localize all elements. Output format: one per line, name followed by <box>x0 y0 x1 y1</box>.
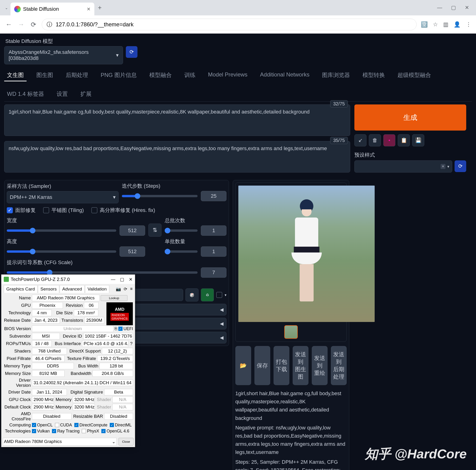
action-btn-0[interactable]: 📂 <box>235 346 251 385</box>
height-value[interactable]: 512 <box>119 246 145 257</box>
gpuz-maximize-icon[interactable]: ▢ <box>120 277 124 282</box>
thumbnail[interactable] <box>284 325 298 339</box>
tab-11[interactable]: WD 1.4 标签器 <box>4 88 47 100</box>
forward-icon[interactable]: → <box>17 21 25 28</box>
side-panel-icon[interactable]: ▥ <box>443 21 448 28</box>
browser-tab[interactable]: Stable Diffusion ✕ <box>11 2 94 15</box>
clipboard-icon[interactable]: 📋 <box>398 134 410 146</box>
tab-2[interactable]: 后期处理 <box>63 70 91 81</box>
preset-select[interactable]: × ▾ <box>354 160 452 173</box>
swap-wh-button[interactable]: ⇅ <box>148 224 161 237</box>
width-slider[interactable] <box>7 229 116 232</box>
tab-4[interactable]: 模型融合 <box>147 70 174 81</box>
hires-checkbox[interactable]: 高分辨率修复 (Hires. fix) <box>91 207 155 214</box>
gpuz-chk-OpenGL 4.6[interactable]: ✓OpenGL 4.6 <box>101 429 129 434</box>
new-tab-button[interactable]: + <box>98 4 102 11</box>
model-select[interactable]: AbyssOrangeMix2_sfw.safetensors [038ba20… <box>4 46 123 64</box>
action-btn-2[interactable]: 打包下载 <box>273 346 289 385</box>
cfg-label: 提示词引导系数 (CFG Scale) <box>7 259 226 266</box>
batch-count-label: 总批次数 <box>165 217 226 224</box>
tab-6[interactable]: Model Previews <box>205 70 250 81</box>
main-tabs: 文生图图生图后期处理PNG 图片信息模型融合训练Model PreviewsAd… <box>4 68 472 102</box>
arrow-down-icon[interactable]: ↙ <box>354 134 367 146</box>
tab-0[interactable]: 文生图 <box>4 70 27 81</box>
action-btn-5[interactable]: 发送到 后期处理 <box>331 346 347 385</box>
url-input[interactable]: ⓘ 127.0.0.1:7860/?__theme=dark <box>42 19 417 30</box>
gpuz-tab-Sensors[interactable]: Sensors <box>38 285 59 293</box>
steps-value[interactable]: 25 <box>201 191 226 201</box>
tab-3[interactable]: PNG 图片信息 <box>98 70 139 81</box>
width-value[interactable]: 512 <box>119 225 145 236</box>
gpuz-close-icon[interactable]: ✕ <box>129 277 133 282</box>
tab-10[interactable]: 超级模型融合 <box>395 70 434 81</box>
profile-icon[interactable]: 👤 <box>454 21 461 28</box>
menu-icon[interactable]: ⋮ <box>466 21 471 28</box>
clear-icon[interactable]: × <box>441 164 445 169</box>
tiling-checkbox[interactable]: 平铺图 (Tiling) <box>43 207 84 214</box>
close-icon[interactable]: ✕ <box>465 5 469 11</box>
trash-icon[interactable]: 🗑 <box>369 134 381 146</box>
negative-prompt-input[interactable] <box>4 141 350 173</box>
gpuz-chk-DirectML[interactable]: ✓DirectML <box>110 423 132 428</box>
tab-12[interactable]: 设置 <box>54 88 71 100</box>
gpuz-chk-DirectCompute[interactable]: ✓DirectCompute <box>74 423 107 428</box>
back-icon[interactable]: ← <box>5 21 13 28</box>
tab-7[interactable]: Additional Networks <box>257 70 312 81</box>
gpuz-device-select[interactable]: AMD Radeon 780M Graphics⌄ <box>3 438 117 446</box>
save-icon[interactable]: 💾 <box>412 134 424 146</box>
maximize-icon[interactable]: ▢ <box>451 5 456 11</box>
positive-prompt-input[interactable] <box>4 105 350 136</box>
tab-list-collapse[interactable]: ⌄ <box>2 4 11 12</box>
action-btn-4[interactable]: 发送到 重绘 <box>312 346 328 385</box>
tab-9[interactable]: 模型转换 <box>360 70 388 81</box>
cfg-value[interactable]: 7 <box>201 267 226 278</box>
expand-icon[interactable]: ▾ <box>225 293 226 297</box>
gpuz-tab-Graphics Card[interactable]: Graphics Card <box>4 285 37 293</box>
gpuz-chk-Ray Tracing[interactable]: ✓Ray Tracing <box>52 429 79 434</box>
tab-8[interactable]: 图库浏览器 <box>319 70 353 81</box>
gpuz-refresh-icon[interactable]: ⟳ <box>124 287 127 292</box>
refresh-model-button[interactable]: ⟳ <box>126 46 137 58</box>
tab-close-icon[interactable]: ✕ <box>87 6 91 12</box>
bookmark-icon[interactable]: ☆ <box>433 21 438 28</box>
batch-count-slider[interactable] <box>165 229 198 232</box>
info-icon[interactable]: ⓘ <box>47 21 52 28</box>
gpuz-export-icon[interactable]: ⎘ <box>115 326 117 331</box>
tab-1[interactable]: 图生图 <box>34 70 56 81</box>
gpuz-camera-icon[interactable]: 📷 <box>116 287 121 292</box>
gpuz-minimize-icon[interactable]: — <box>111 277 115 282</box>
translate-icon[interactable]: 🈳 <box>421 21 428 28</box>
gpuz-chk-Vulkan[interactable]: ✓Vulkan <box>32 429 50 434</box>
refresh-preset-button[interactable]: ⟳ <box>455 160 466 172</box>
gpuz-window[interactable]: TechPowerUp GPU-Z 2.57.0 — ▢ ✕ Graphics … <box>1 274 135 447</box>
reload-icon[interactable]: ⟳ <box>29 21 37 28</box>
steps-slider[interactable] <box>122 195 198 197</box>
generate-button[interactable]: 生成 <box>354 105 466 130</box>
lora-icon[interactable]: • <box>383 134 395 146</box>
reuse-seed-button[interactable]: ♻ <box>201 289 214 301</box>
batch-size-value[interactable]: 1 <box>201 246 226 257</box>
gpuz-chk-PhysX[interactable]: PhysX <box>82 429 99 434</box>
random-seed-button[interactable]: 🎲 <box>186 289 199 301</box>
sampler-select[interactable]: DPM++ 2M Karras▾ <box>7 191 119 203</box>
gpuz-tab-Advanced[interactable]: Advanced <box>60 285 85 293</box>
gpuz-menu-icon[interactable]: ≡ <box>130 287 133 291</box>
gpuz-tab-Validation[interactable]: Validation <box>85 285 109 293</box>
steps-label: 迭代步数 (Steps) <box>122 182 226 190</box>
gpuz-chk-OpenCL[interactable]: ✓OpenCL <box>32 423 53 428</box>
cfg-slider[interactable] <box>7 271 198 274</box>
gpuz-chk-CUDA[interactable]: CUDA <box>55 423 72 428</box>
batch-size-slider[interactable] <box>165 250 198 253</box>
gpuz-lookup-button[interactable]: Lookup <box>101 295 127 301</box>
action-btn-1[interactable]: 保存 <box>255 346 270 385</box>
tab-13[interactable]: 扩展 <box>78 88 94 100</box>
seed-extra-checkbox[interactable] <box>216 292 222 298</box>
minimize-icon[interactable]: — <box>437 5 442 11</box>
face-restore-checkbox[interactable]: ✓面部修复 <box>7 207 36 214</box>
action-btn-3[interactable]: 发送到 图生图 <box>293 346 308 385</box>
batch-count-value[interactable]: 1 <box>201 225 226 236</box>
generated-image[interactable] <box>238 186 375 322</box>
tab-5[interactable]: 训练 <box>182 70 198 81</box>
height-slider[interactable] <box>7 250 116 253</box>
gpuz-close-button[interactable]: Close <box>119 438 134 446</box>
